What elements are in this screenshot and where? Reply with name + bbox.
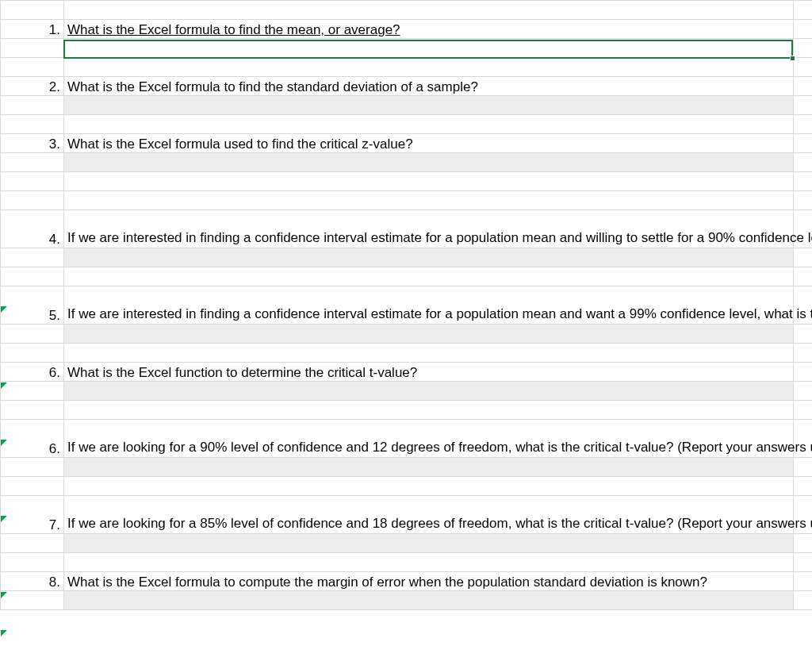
question-text[interactable]: If we are interested in finding a confid… (64, 286, 794, 325)
cell[interactable] (1, 458, 64, 477)
cell[interactable] (794, 96, 813, 115)
error-indicator-icon (1, 592, 7, 598)
table-row[interactable] (1, 267, 813, 286)
answer-cell[interactable] (64, 39, 794, 58)
error-indicator-icon (1, 382, 7, 389)
cell[interactable] (1, 325, 64, 344)
question-text[interactable]: What is the Excel formula to find the st… (64, 77, 794, 96)
cell[interactable] (794, 134, 813, 153)
table-row[interactable] (1, 382, 813, 401)
cell[interactable] (794, 382, 813, 401)
question-text[interactable]: What is the Excel formula to compute the… (64, 572, 794, 591)
table-row[interactable] (1, 172, 813, 191)
error-indicator-icon (1, 306, 7, 313)
question-text[interactable]: If we are looking for a 90% level of con… (64, 420, 794, 458)
cell[interactable] (794, 325, 813, 344)
cell[interactable] (1, 1, 64, 20)
question-number[interactable]: 5. (1, 286, 64, 325)
table-row[interactable] (1, 191, 813, 210)
question-text[interactable]: What is the Excel function to determine … (64, 363, 794, 382)
answer-cell[interactable] (64, 153, 794, 172)
table-row[interactable] (1, 153, 813, 172)
cell[interactable] (794, 153, 813, 172)
cell[interactable] (1, 382, 64, 401)
question-text[interactable]: What is the Excel formula used to find t… (64, 134, 794, 153)
question-number[interactable]: 4. (1, 210, 64, 248)
question-text-span: What is the Excel formula to find the me… (67, 22, 400, 37)
cell[interactable] (794, 77, 813, 96)
table-row[interactable] (1, 58, 813, 77)
question-text[interactable]: If we are looking for a 85% level of con… (64, 496, 794, 534)
cell[interactable] (794, 591, 813, 610)
spreadsheet-grid[interactable]: 1. What is the Excel formula to find the… (0, 0, 812, 610)
cell[interactable] (64, 1, 794, 20)
cell[interactable] (794, 1, 813, 20)
table-row[interactable] (1, 96, 813, 115)
cell[interactable] (794, 39, 813, 58)
question-number[interactable]: 3. (1, 134, 64, 153)
table-row[interactable] (1, 1, 813, 20)
table-row[interactable] (1, 534, 813, 553)
spreadsheet-sheet[interactable]: 1. What is the Excel formula to find the… (0, 0, 812, 661)
question-number[interactable]: 8. (1, 572, 64, 591)
question-number[interactable]: 6. (1, 420, 64, 458)
table-row[interactable] (1, 458, 813, 477)
error-indicator-icon (1, 516, 7, 522)
cell[interactable] (794, 458, 813, 477)
table-row[interactable] (1, 325, 813, 344)
answer-cell[interactable] (64, 248, 794, 267)
cell[interactable] (1, 534, 64, 553)
table-row[interactable] (1, 115, 813, 134)
table-row[interactable] (1, 477, 813, 496)
table-row[interactable] (1, 553, 813, 572)
table-row[interactable]: 7. If we are looking for a 85% level of … (1, 496, 813, 534)
table-row[interactable]: 5. If we are interested in finding a con… (1, 286, 813, 325)
cell[interactable] (794, 248, 813, 267)
answer-cell[interactable] (64, 534, 794, 553)
answer-cell[interactable] (64, 458, 794, 477)
cell[interactable] (794, 363, 813, 382)
answer-cell[interactable] (64, 382, 794, 401)
table-row[interactable]: 3. What is the Excel formula used to fin… (1, 134, 813, 153)
table-row[interactable]: 4. If we are interested in finding a con… (1, 210, 813, 248)
answer-cell[interactable] (64, 325, 794, 344)
cell[interactable] (794, 572, 813, 591)
table-row[interactable]: 8. What is the Excel formula to compute … (1, 572, 813, 591)
table-row[interactable] (1, 248, 813, 267)
question-number[interactable]: 2. (1, 77, 64, 96)
fill-handle[interactable] (790, 56, 795, 61)
cell[interactable] (1, 248, 64, 267)
question-text[interactable]: If we are interested in finding a confid… (64, 210, 794, 248)
table-row[interactable] (1, 344, 813, 363)
question-number[interactable]: 7. (1, 496, 64, 534)
cell[interactable] (1, 153, 64, 172)
cell[interactable] (1, 39, 64, 58)
answer-cell[interactable] (64, 96, 794, 115)
table-row[interactable] (1, 401, 813, 420)
table-row[interactable]: 6. If we are looking for a 90% level of … (1, 420, 813, 458)
table-row[interactable]: 2. What is the Excel formula to find the… (1, 77, 813, 96)
table-row[interactable]: 1. What is the Excel formula to find the… (1, 20, 813, 39)
table-row[interactable]: 6. What is the Excel function to determi… (1, 363, 813, 382)
table-row[interactable] (1, 591, 813, 610)
error-indicator-icon (1, 630, 7, 636)
cell[interactable] (794, 534, 813, 553)
question-number[interactable]: 6. (1, 363, 64, 382)
cell[interactable] (1, 96, 64, 115)
cell[interactable] (1, 591, 64, 610)
answer-cell[interactable] (64, 591, 794, 610)
table-row[interactable] (1, 39, 813, 58)
question-text[interactable]: What is the Excel formula to find the me… (64, 20, 794, 39)
question-number[interactable]: 1. (1, 20, 64, 39)
error-indicator-icon (1, 440, 7, 446)
cell[interactable] (794, 20, 813, 39)
